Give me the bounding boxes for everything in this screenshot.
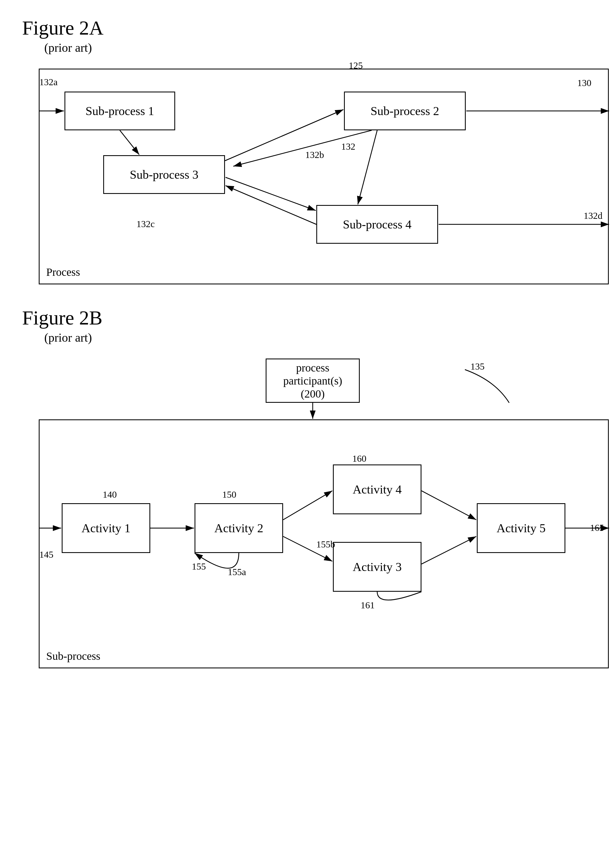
activity4-label: Activity 4 [352,483,401,497]
ref-132b: 132b [305,150,324,160]
activity3-box: Activity 3 [333,542,421,592]
fig2b-box-label: Sub-process [46,649,100,663]
activity1-box: Activity 1 [62,503,150,553]
ref-130: 130 [577,78,591,88]
subprocess4-box: Sub-process 4 [316,205,438,244]
ref-135: 135 [470,361,485,372]
figure-2b-subtitle: (prior art) [44,331,594,345]
participant-label: process participant(s) (200) [283,361,342,400]
svg-line-17 [421,491,476,520]
figure-2a-title: Figure 2A [22,16,594,40]
ref-132a: 132a [39,77,58,88]
ref-160: 160 [352,453,366,464]
ref-145: 145 [39,550,54,560]
ref-161: 161 [361,600,375,611]
subprocess1-box: Sub-process 1 [64,92,175,130]
activity5-label: Activity 5 [497,521,546,535]
subprocess4-label: Sub-process 4 [343,217,412,232]
fig2a-box-label: Process [46,265,80,279]
subprocess1-label: Sub-process 1 [85,104,154,118]
subprocess2-label: Sub-process 2 [371,104,439,118]
ref-155: 155 [192,561,206,572]
ref-132d: 132d [584,210,603,221]
activity4-box: Activity 4 [333,465,421,514]
subprocess3-box: Sub-process 3 [103,155,225,194]
ref-132: 132 [341,142,355,152]
svg-line-4 [358,130,377,204]
activity5-box: Activity 5 [477,503,565,553]
svg-line-2 [120,130,139,155]
subprocess3-label: Sub-process 3 [130,168,198,182]
ref-165: 165 [590,523,604,533]
activity3-label: Activity 3 [352,560,401,574]
ref-155a: 155a [228,567,246,577]
participant-box: process participant(s) (200) [265,359,360,403]
figure-2a-subtitle: (prior art) [44,41,594,55]
svg-line-5 [225,186,316,224]
ref-155b: 155b [316,539,335,550]
ref-132c: 132c [136,219,155,229]
activity1-label: Activity 1 [81,521,130,535]
svg-line-3 [225,110,343,161]
svg-line-6 [225,177,316,210]
figure-2b-title: Figure 2B [22,307,594,329]
svg-line-15 [283,491,333,520]
subprocess2-box: Sub-process 2 [344,92,466,130]
ref-150: 150 [222,489,236,500]
svg-line-18 [421,536,476,564]
activity2-label: Activity 2 [214,521,263,535]
ref-140: 140 [103,489,117,500]
activity2-box: Activity 2 [195,503,283,553]
